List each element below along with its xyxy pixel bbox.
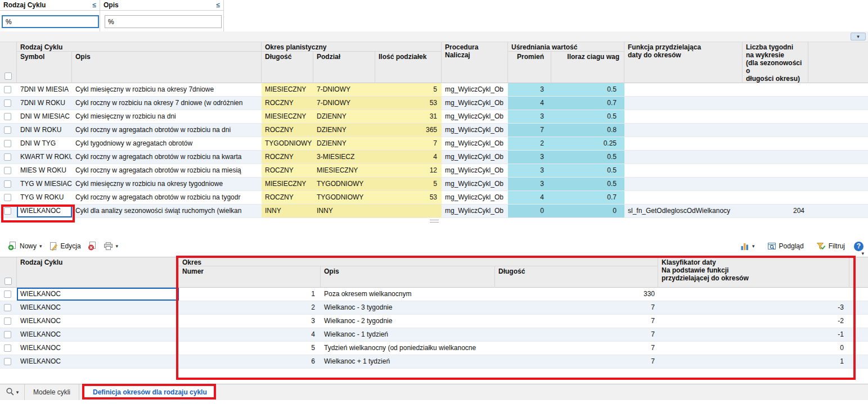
row-checkbox-cell[interactable] <box>0 301 17 314</box>
cell-klasyfikator[interactable]: 0 <box>658 342 849 355</box>
cell-promien[interactable]: 7 <box>508 124 551 137</box>
cell-iloraz[interactable]: 0.5 <box>551 164 624 177</box>
cell-dlugosc[interactable]: INNY <box>262 205 313 217</box>
filter-input-opis[interactable] <box>105 15 222 28</box>
cell-funkcja[interactable] <box>624 178 743 190</box>
row-checkbox-cell[interactable] <box>0 191 17 204</box>
checkbox[interactable] <box>4 344 11 352</box>
cell-klasyfikator[interactable]: -3 <box>658 301 849 314</box>
new-button[interactable]: Nowy ▾ <box>5 239 46 253</box>
cell-dlugosc[interactable]: ROCZNY <box>262 97 313 110</box>
cell-funkcja[interactable] <box>624 110 743 123</box>
cell-dlugosc[interactable]: MIESIECZNY <box>262 110 313 123</box>
table-row[interactable]: KWART W ROKU Cykl roczny w agregatach ob… <box>0 151 868 164</box>
checkbox[interactable] <box>4 153 11 161</box>
select-all-checkbox[interactable] <box>5 72 12 80</box>
cell-numer[interactable]: 2 <box>179 301 321 314</box>
cell-dlugosc[interactable]: ROCZNY <box>262 124 313 137</box>
cell-dlugosc[interactable]: MIESIECZNY <box>262 83 313 96</box>
checkbox[interactable] <box>4 140 11 147</box>
cell-podzial[interactable]: 3-MIESIECZ <box>313 151 375 164</box>
cell-opis[interactable]: Wielkanoc + 1 tydzień <box>321 355 495 368</box>
filter-button[interactable]: Filtruj <box>813 239 848 253</box>
cell-ilosc-podzialek[interactable]: 31 <box>375 110 442 123</box>
cell-iloraz[interactable]: 0 <box>551 205 624 217</box>
table-row[interactable]: 7DNI W ROKU Cykl roczny w rozbiciu na ok… <box>0 97 868 110</box>
cell-klasyfikator[interactable]: -2 <box>658 315 849 328</box>
table-row[interactable]: WIELKANOC Cykl dla analizy sezonowości ś… <box>0 205 868 218</box>
table-row[interactable]: WIELKANOC 1 Poza okresem wielkanocnym 33… <box>0 288 868 301</box>
cell-funkcja[interactable] <box>624 191 743 204</box>
cell-procedura[interactable]: mg_WyliczCykl_Ob <box>442 205 508 217</box>
cell-iloraz[interactable]: 0.7 <box>551 191 624 204</box>
cell-rodzaj-cyklu[interactable]: WIELKANOC <box>17 301 179 314</box>
cell-podzial[interactable]: DZIENNY <box>313 110 375 123</box>
select-all-checkbox[interactable] <box>5 278 12 285</box>
cell-symbol[interactable]: MIES W ROKU <box>17 164 72 177</box>
cell-liczba-tygodni[interactable]: 204 <box>743 205 808 217</box>
tab-modele-cykli[interactable]: Modele cykli <box>25 384 79 400</box>
column-group-usredniania[interactable]: Uśredniania wartość <box>508 42 624 52</box>
cell-rodzaj-cyklu[interactable]: WIELKANOC <box>17 342 179 355</box>
cell-podzial[interactable]: TYGODNIOWY <box>313 191 375 204</box>
checkbox[interactable] <box>4 113 11 120</box>
column-header-ilosc-podzialek[interactable]: Ilość podziałek <box>375 52 442 83</box>
column-header-klasyfikator[interactable]: Klasyfikator daty Na podstawie funkcji p… <box>658 257 849 288</box>
cell-iloraz[interactable]: 0.5 <box>551 110 624 123</box>
cell-symbol[interactable]: KWART W ROKU <box>17 151 72 164</box>
cell-podzial[interactable]: DZIENNY <box>313 124 375 137</box>
cell-symbol[interactable]: 7DNI W ROKU <box>17 97 72 110</box>
cell-liczba-tygodni[interactable] <box>743 97 808 110</box>
cell-numer[interactable]: 5 <box>179 342 321 355</box>
cell-rodzaj-cyklu[interactable]: WIELKANOC <box>17 288 179 301</box>
table-row[interactable]: WIELKANOC 4 Wielkanoc - 1 tydzień 7 -1 <box>0 328 868 342</box>
chevron-down-icon[interactable]: ▾ <box>861 251 864 256</box>
cell-dlugosc[interactable]: 7 <box>495 328 658 341</box>
checkbox[interactable] <box>4 86 11 93</box>
cell-procedura[interactable]: mg_WyliczCykl_Ob <box>442 83 508 96</box>
column-header-procedura[interactable]: Procedura Naliczaj <box>442 42 508 83</box>
table-row[interactable]: WIELKANOC 6 Wielkanoc + 1 tydzień 7 1 <box>0 355 868 369</box>
column-group-rodzaj-cyklu[interactable]: Rodzaj Cyklu <box>17 42 262 52</box>
filter-operator-icon[interactable]: ≤ <box>92 1 96 9</box>
cell-opis[interactable]: Cykl miesięczny w rozbiciu na dni <box>72 110 262 123</box>
cell-funkcja[interactable] <box>624 97 743 110</box>
chart-button[interactable]: ▾ <box>737 239 758 253</box>
cell-promien[interactable]: 3 <box>508 164 551 177</box>
row-checkbox-cell[interactable] <box>0 110 17 123</box>
cell-promien[interactable]: 0 <box>508 205 551 217</box>
cell-procedura[interactable]: mg_WyliczCykl_Ob <box>442 164 508 177</box>
cell-promien[interactable]: 3 <box>508 151 551 164</box>
cell-podzial[interactable]: 7-DNIOWY <box>313 97 375 110</box>
column-header-numer[interactable]: Numer <box>179 266 321 288</box>
row-checkbox-cell[interactable] <box>0 137 17 150</box>
checkbox[interactable] <box>4 358 11 365</box>
cell-iloraz[interactable]: 0.5 <box>551 178 624 190</box>
cell-dlugosc[interactable]: MIESIECZNY <box>262 178 313 190</box>
cell-procedura[interactable]: mg_WyliczCykl_Ob <box>442 97 508 110</box>
column-header-liczba-tygodni[interactable]: Liczba tygodni na wykresie (dla sezonowo… <box>743 42 808 83</box>
cell-procedura[interactable]: mg_WyliczCykl_Ob <box>442 191 508 204</box>
cell-podzial[interactable]: INNY <box>313 205 375 217</box>
row-checkbox-cell[interactable] <box>0 164 17 177</box>
cell-dlugosc[interactable]: 330 <box>495 288 658 301</box>
row-checkbox-cell[interactable] <box>0 342 17 355</box>
row-checkbox-cell[interactable] <box>0 97 17 110</box>
cell-promien[interactable]: 3 <box>508 110 551 123</box>
cell-ilosc-podzialek[interactable]: 12 <box>375 164 442 177</box>
checkbox[interactable] <box>4 317 11 325</box>
cell-funkcja[interactable] <box>624 124 743 137</box>
cell-promien[interactable]: 4 <box>508 191 551 204</box>
cell-klasyfikator[interactable] <box>658 288 849 301</box>
cell-liczba-tygodni[interactable] <box>743 137 808 150</box>
cell-ilosc-podzialek[interactable]: 365 <box>375 124 442 137</box>
cell-liczba-tygodni[interactable] <box>743 124 808 137</box>
column-header-rodzaj-cyklu[interactable]: Rodzaj Cyklu <box>17 257 179 288</box>
cell-podzial[interactable]: MIESIECZNY <box>313 164 375 177</box>
cell-opis[interactable]: Cykl dla analizy sezonowości świąt rucho… <box>72 205 262 217</box>
grid-splitter[interactable] <box>0 219 868 224</box>
tab-definicja-okresow[interactable]: Definicja okresów dla rodzaju cyklu <box>84 384 216 400</box>
cell-ilosc-podzialek[interactable]: 5 <box>375 83 442 96</box>
cell-dlugosc[interactable]: 7 <box>495 342 658 355</box>
column-header-funkcja[interactable]: Funkcja przydzielająca daty do okresów <box>624 42 743 83</box>
